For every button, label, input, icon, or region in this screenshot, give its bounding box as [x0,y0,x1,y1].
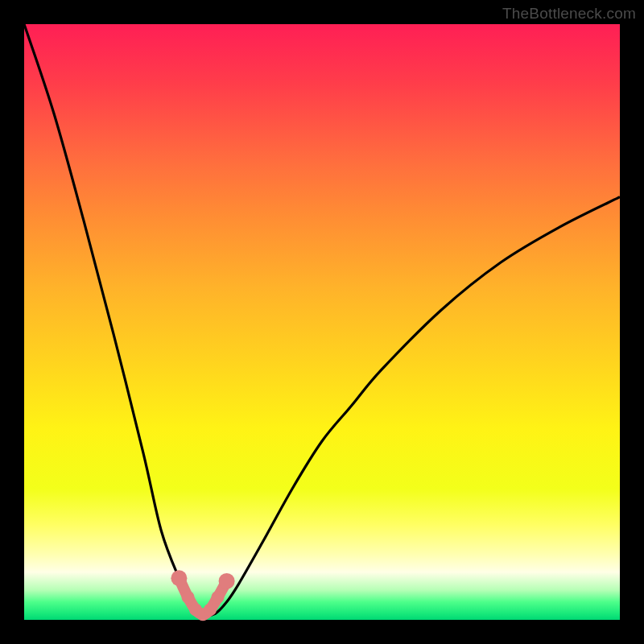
highlight-dot [219,573,235,589]
plot-area [24,24,620,620]
bottleneck-curve [24,24,620,615]
plot-svg [24,24,620,620]
highlight-dot [182,591,195,604]
highlight-dot [212,591,225,604]
watermark-text: TheBottleneck.com [502,5,636,23]
highlight-dot [204,603,217,616]
highlight-dot [171,570,187,586]
chart-frame: TheBottleneck.com [0,0,644,644]
